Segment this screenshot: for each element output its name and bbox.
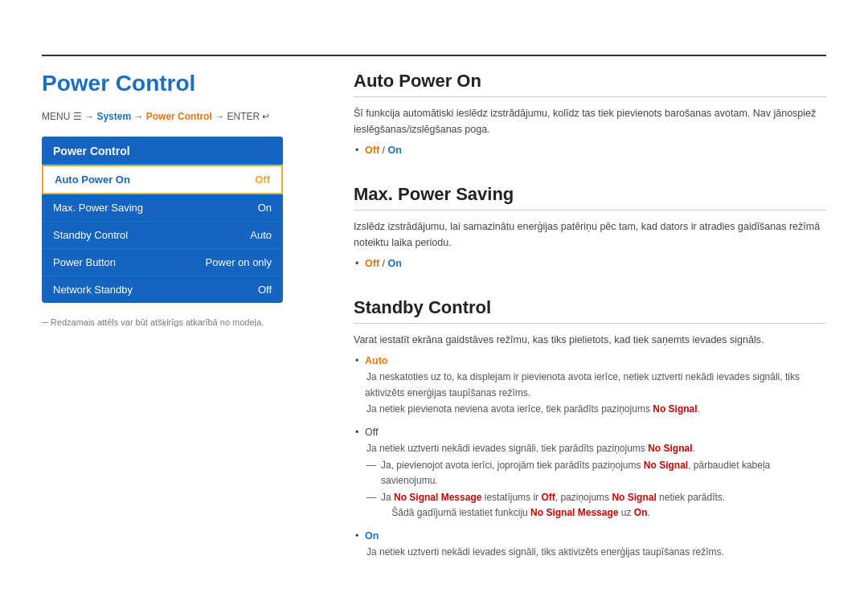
section-title-max-power-saving: Max. Power Saving bbox=[354, 184, 826, 210]
off-label: Off bbox=[365, 145, 379, 156]
section-max-power-saving: Max. Power Saving Izslēdz izstrādājumu, … bbox=[354, 184, 826, 272]
top-divider bbox=[42, 55, 826, 56]
standby-auto-label: Auto bbox=[365, 355, 387, 366]
menu-box-title: Power Control bbox=[42, 137, 283, 165]
bc-arrow2: → bbox=[133, 111, 145, 122]
on-label: On bbox=[388, 145, 402, 156]
standby-off-desc: Ja netiek uztverti nekādi ievades signāl… bbox=[365, 443, 695, 454]
bc-arrow1: → bbox=[84, 111, 96, 122]
standby-control-desc: Varat iestatīt ekrāna gaidstāves režīmu,… bbox=[354, 332, 826, 348]
standby-on-desc: Ja netiek uztverti nekādi ievades signāl… bbox=[365, 546, 724, 558]
bullet-off-on-2: Off / On bbox=[365, 255, 826, 272]
menu-item-value: Power on only bbox=[206, 256, 272, 268]
menu-item-value: Off bbox=[255, 174, 270, 186]
menu-item-label: Auto Power On bbox=[55, 174, 130, 186]
menu-item-label: Power Button bbox=[53, 256, 116, 268]
menu-item-standby-control[interactable]: Standby Control Auto bbox=[42, 222, 283, 249]
separator: / bbox=[383, 145, 388, 156]
standby-auto-desc2: Ja netiek pievienota neviena avota ierīc… bbox=[365, 403, 700, 415]
on-label-2: On bbox=[388, 258, 402, 269]
menu-item-value: Off bbox=[258, 284, 272, 296]
auto-power-on-bullets: Off / On bbox=[354, 142, 826, 158]
bc-menu: MENU bbox=[42, 111, 70, 122]
bc-power-control[interactable]: Power Control bbox=[146, 111, 212, 122]
standby-bullet-off: Off Ja netiek uztverti nekādi ievades si… bbox=[365, 424, 826, 521]
separator-2: / bbox=[383, 258, 388, 269]
section-title-standby-control: Standby Control bbox=[354, 297, 826, 324]
standby-on-label: On bbox=[365, 530, 379, 541]
section-standby-control: Standby Control Varat iestatīt ekrāna ga… bbox=[354, 297, 826, 560]
standby-off-sub1: Ja, pievienojot avota ierīci, joprojām t… bbox=[381, 458, 826, 488]
off-label-2: Off bbox=[365, 258, 379, 269]
menu-item-label: Standby Control bbox=[53, 229, 128, 241]
menu-item-network-standby[interactable]: Network Standby Off bbox=[42, 276, 283, 303]
menu-item-auto-power-on[interactable]: Auto Power On Off bbox=[42, 165, 283, 194]
menu-item-value: Auto bbox=[250, 229, 272, 241]
bc-menu-icon: ☰ bbox=[73, 111, 84, 122]
page-title: Power Control bbox=[42, 71, 315, 96]
footnote: ─ Redzamais attēls var būt atšķirīgs atk… bbox=[42, 317, 315, 327]
auto-power-on-desc: Šī funkcija automātiski ieslēdz izstrādā… bbox=[354, 105, 826, 137]
left-panel: Power Control MENU ☰ → System → Power Co… bbox=[42, 71, 315, 327]
standby-bullets: Auto Ja neskatoties uz to, ka displejam … bbox=[354, 353, 826, 560]
bullet-off-on: Off / On bbox=[365, 142, 826, 158]
bc-system[interactable]: System bbox=[96, 111, 131, 122]
standby-off-label: Off bbox=[365, 427, 378, 438]
bc-arrow3: → ENTER ↵ bbox=[215, 111, 270, 122]
power-control-menu: Power Control Auto Power On Off Max. Pow… bbox=[42, 137, 283, 303]
right-panel: Auto Power On Šī funkcija automātiski ie… bbox=[354, 71, 826, 586]
menu-item-power-button[interactable]: Power Button Power on only bbox=[42, 249, 283, 276]
menu-item-value: On bbox=[258, 202, 272, 214]
section-title-auto-power-on: Auto Power On bbox=[354, 71, 826, 97]
max-power-saving-desc: Izslēdz izstrādājumu, lai samazinātu ene… bbox=[354, 219, 826, 251]
section-auto-power-on: Auto Power On Šī funkcija automātiski ie… bbox=[354, 71, 826, 158]
menu-item-max-power-saving[interactable]: Max. Power Saving On bbox=[42, 194, 283, 222]
max-power-saving-bullets: Off / On bbox=[354, 255, 826, 272]
menu-item-label: Max. Power Saving bbox=[53, 202, 143, 214]
standby-off-sub2: Ja No Signal Message iestatījums ir Off,… bbox=[381, 490, 826, 521]
standby-bullet-auto: Auto Ja neskatoties uz to, ka displejam … bbox=[365, 353, 826, 418]
standby-off-sublist: Ja, pievienojot avota ierīci, joprojām t… bbox=[365, 458, 826, 521]
breadcrumb: MENU ☰ → System → Power Control → ENTER … bbox=[42, 111, 315, 122]
standby-auto-desc1: Ja neskatoties uz to, ka displejam ir pi… bbox=[365, 371, 800, 398]
standby-bullet-on: On Ja netiek uztverti nekādi ievades sig… bbox=[365, 528, 826, 560]
menu-item-label: Network Standby bbox=[53, 284, 133, 296]
